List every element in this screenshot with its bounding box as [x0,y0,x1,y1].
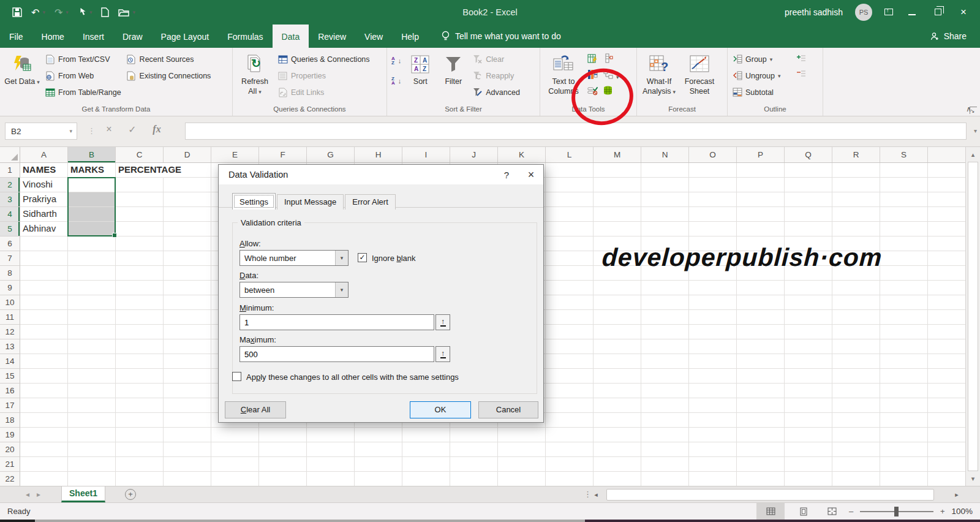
cell-O11[interactable] [689,310,737,325]
scroll-up-icon[interactable]: ▴ [966,147,980,162]
cell-M3[interactable] [594,192,641,207]
cell-C4[interactable] [116,207,164,222]
cell-M9[interactable] [594,281,641,295]
cell-B11[interactable] [68,310,116,325]
ribbon-item-from-text-csv[interactable]: From Text/CSV [45,53,121,65]
cell-G19[interactable] [307,428,355,442]
cell-C18[interactable] [116,413,164,428]
cell-F21[interactable] [259,457,307,472]
horizontal-scroll-thumb[interactable] [606,489,934,501]
collapse-ribbon-icon[interactable]: ∧ [966,105,971,113]
row-header-12[interactable]: 12 [0,325,20,339]
cell-S4[interactable] [880,207,928,222]
cell-partial-2[interactable] [928,178,965,192]
cell-A17[interactable] [20,398,68,413]
cell-D20[interactable] [164,442,211,457]
cell-partial-8[interactable] [928,266,965,281]
cell-M14[interactable] [594,354,641,369]
cell-O9[interactable] [689,281,737,295]
cell-O15[interactable] [689,369,737,384]
cell-partial-3[interactable] [928,192,965,207]
cell-L20[interactable] [546,442,594,457]
restore-button[interactable] [931,6,944,18]
apply-changes-checkbox[interactable] [232,372,241,381]
cell-H19[interactable] [355,428,402,442]
column-header-S[interactable]: S [880,147,928,162]
zoom-in-icon[interactable]: + [940,507,945,516]
cell-L2[interactable] [546,178,594,192]
allow-dropdown[interactable]: Whole number ▾ [239,250,349,266]
row-header-16[interactable]: 16 [0,384,20,398]
cell-O20[interactable] [689,442,737,457]
clear-all-button[interactable]: Clear All [225,401,286,418]
tab-view[interactable]: View [355,25,392,48]
cell-C21[interactable] [116,457,164,472]
ok-button[interactable]: OK [410,401,471,418]
consolidate-icon[interactable] [603,53,613,64]
cell-B6[interactable] [68,236,116,251]
cell-B21[interactable] [68,457,116,472]
cell-A1[interactable]: NAMES [20,163,68,178]
cell-J19[interactable] [450,428,498,442]
cell-M15[interactable] [594,369,641,384]
customize-qat-icon[interactable]: ▾ [132,9,135,15]
ribbon-item-group[interactable]: Group ▾ [732,53,780,65]
sheet-nav-left-icon[interactable]: ◂ [26,490,29,499]
cell-O10[interactable] [689,295,737,310]
dialog-close-icon[interactable]: × [519,168,543,181]
cell-B20[interactable] [68,442,116,457]
sheet-nav-right-icon[interactable]: ▸ [37,490,40,499]
cell-Q16[interactable] [785,384,832,398]
cell-F20[interactable] [259,442,307,457]
cell-partial-16[interactable] [928,384,965,398]
cell-P19[interactable] [737,428,785,442]
cell-partial-19[interactable] [928,428,965,442]
cell-N11[interactable] [641,310,689,325]
cell-G21[interactable] [307,457,355,472]
touch-mouse-mode-icon[interactable] [78,7,86,17]
tab-insert[interactable]: Insert [74,25,113,48]
select-all-corner[interactable] [0,147,20,162]
cell-A15[interactable] [20,369,68,384]
column-header-L[interactable]: L [546,147,594,162]
cell-N9[interactable] [641,281,689,295]
dialog-tab-error-alert[interactable]: Error Alert [345,194,396,210]
zoom-level[interactable]: 100% [951,507,973,516]
what-if-analysis-button[interactable]: ? What-If Analysis▾ [641,50,677,96]
cell-N22[interactable] [641,472,689,486]
cell-partial-21[interactable] [928,457,965,472]
allow-dropdown-icon[interactable]: ▾ [335,251,348,265]
cell-A19[interactable] [20,428,68,442]
row-header-8[interactable]: 8 [0,266,20,281]
cell-C9[interactable] [116,281,164,295]
cell-D13[interactable] [164,339,211,354]
cell-C6[interactable] [116,236,164,251]
cell-O1[interactable] [689,163,737,178]
row-header-6[interactable]: 6 [0,236,20,251]
cell-L18[interactable] [546,413,594,428]
cell-Q3[interactable] [785,192,832,207]
cell-S18[interactable] [880,413,928,428]
cell-Q18[interactable] [785,413,832,428]
cell-L9[interactable] [546,281,594,295]
row-header-15[interactable]: 15 [0,369,20,384]
scroll-right-icon[interactable]: ▸ [951,488,963,501]
cell-E19[interactable] [211,428,259,442]
column-header-C[interactable]: C [116,147,164,162]
cell-C17[interactable] [116,398,164,413]
cell-Q19[interactable] [785,428,832,442]
column-header-O[interactable]: O [689,147,737,162]
cell-Q22[interactable] [785,472,832,486]
dialog-tab-settings[interactable]: Settings [232,193,276,210]
minimize-button[interactable] [905,6,919,18]
row-header-10[interactable]: 10 [0,295,20,310]
cell-C1[interactable]: PERCENTAGE [116,163,164,178]
cell-R14[interactable] [832,354,880,369]
cell-A14[interactable] [20,354,68,369]
cell-I22[interactable] [402,472,450,486]
column-header-P[interactable]: P [737,147,785,162]
cell-N1[interactable] [641,163,689,178]
cell-M10[interactable] [594,295,641,310]
open-file-icon[interactable] [118,8,129,17]
cell-C2[interactable] [116,178,164,192]
